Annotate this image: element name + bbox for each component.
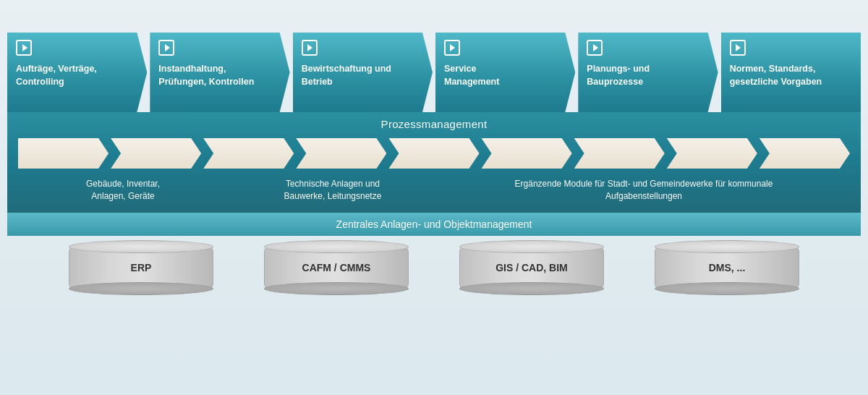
cylinders-row: ERP CAFM / CMMS GIS / CAD, BIM DMS, ... xyxy=(0,237,868,289)
cylinder-label-dms: DMS, ... xyxy=(709,262,746,273)
card-label-5: Planungs- und Bauprozesse xyxy=(587,63,650,88)
cylinder-body-gis: GIS / CAD, BIM xyxy=(459,246,604,289)
cylinder-bottom-dms xyxy=(655,282,799,295)
arrow-2 xyxy=(111,138,201,169)
card-label-3: Bewirtschaftung und Betrieb xyxy=(302,63,391,88)
play-icon-6 xyxy=(730,40,746,56)
cylinder-erp: ERP xyxy=(69,246,213,289)
desc-gebaude: Gebäude, Inventar, Anlagen, Geräte xyxy=(18,178,228,203)
cylinder-body-cafm: CAFM / CMMS xyxy=(264,246,409,289)
card-service[interactable]: Service Management xyxy=(435,33,575,112)
arrow-6 xyxy=(482,138,572,169)
play-icon-4 xyxy=(444,40,460,56)
main-container: Aufträge, Verträge, Controlling Instandh… xyxy=(0,0,868,395)
descriptions-row: Gebäude, Inventar, Anlagen, Geräte Techn… xyxy=(18,177,850,204)
arrow-3 xyxy=(203,138,294,169)
top-cards-row: Aufträge, Verträge, Controlling Instandh… xyxy=(0,0,868,112)
cylinder-gis: GIS / CAD, BIM xyxy=(459,246,604,289)
zentrale-bar: Zentrales Anlagen- und Objektmanagement xyxy=(7,213,861,236)
cylinder-body-erp: ERP xyxy=(69,246,213,289)
cylinder-label-gis: GIS / CAD, BIM xyxy=(495,262,568,273)
desc-technische: Technische Anlagen und Bauwerke, Leitung… xyxy=(228,178,438,203)
arrow-9 xyxy=(760,138,850,169)
card-label-1: Aufträge, Verträge, Controlling xyxy=(16,63,97,88)
cylinder-label-erp: ERP xyxy=(131,262,152,273)
cylinder-bottom-cafm xyxy=(264,282,409,295)
arrow-1 xyxy=(18,138,109,169)
arrow-5 xyxy=(388,138,479,169)
middle-section: Prozessmanagement Gebäude, Inventar, Anl… xyxy=(7,112,861,213)
cylinder-cafm: CAFM / CMMS xyxy=(264,246,409,289)
arrow-4 xyxy=(296,138,386,169)
card-bewirtschaftung[interactable]: Bewirtschaftung und Betrieb xyxy=(293,33,433,112)
prozess-label: Prozessmanagement xyxy=(18,118,850,130)
card-label-2: Instandhaltung, Prüfungen, Kontrollen xyxy=(158,63,254,88)
cylinder-body-dms: DMS, ... xyxy=(655,246,799,289)
desc-ergaenzende: Ergänzende Module für Stadt- und Gemeind… xyxy=(438,178,850,203)
card-label-4: Service Management xyxy=(444,63,499,88)
card-planung[interactable]: Planungs- und Bauprozesse xyxy=(578,33,718,112)
cylinder-top-dms xyxy=(655,240,799,253)
play-icon-5 xyxy=(587,40,603,56)
arrows-row xyxy=(18,136,850,171)
play-icon-2 xyxy=(158,40,174,56)
play-icon-1 xyxy=(16,40,32,56)
cylinder-bottom-erp xyxy=(69,282,213,295)
card-instandhaltung[interactable]: Instandhaltung, Prüfungen, Kontrollen xyxy=(150,33,289,112)
cylinder-top-erp xyxy=(69,240,213,253)
card-normen[interactable]: Normen, Standards, gesetzliche Vorgaben xyxy=(721,33,861,112)
cylinder-bottom-gis xyxy=(459,282,604,295)
zentrale-label: Zentrales Anlagen- und Objektmanagement xyxy=(336,218,532,230)
card-auftraege[interactable]: Aufträge, Verträge, Controlling xyxy=(7,33,147,112)
card-label-6: Normen, Standards, gesetzliche Vorgaben xyxy=(730,63,822,88)
cylinder-top-gis xyxy=(459,240,604,253)
cylinder-label-cafm: CAFM / CMMS xyxy=(302,262,371,273)
cylinder-dms: DMS, ... xyxy=(655,246,799,289)
arrow-8 xyxy=(667,138,757,169)
play-icon-3 xyxy=(302,40,318,56)
arrow-7 xyxy=(574,138,665,169)
cylinder-top-cafm xyxy=(264,240,409,253)
